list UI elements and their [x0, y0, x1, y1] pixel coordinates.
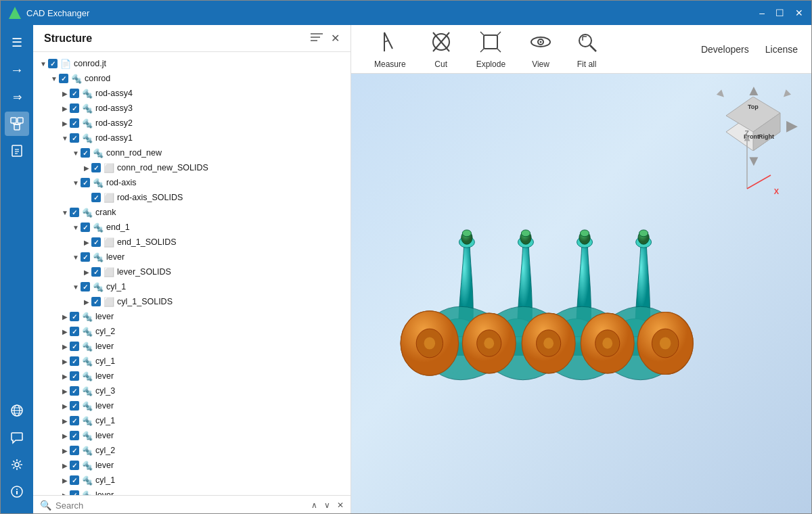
measure-tool-button[interactable]: Measure: [365, 26, 415, 73]
tree-arrow[interactable]: ▶: [60, 105, 70, 112]
tree-arrow[interactable]: ▶: [60, 388, 70, 395]
list-item[interactable]: ▶ 🔩 lever: [36, 458, 348, 473]
list-item[interactable]: ▶ 🔩 lever: [36, 369, 348, 383]
tree-arrow[interactable]: ▶: [60, 447, 70, 454]
list-item[interactable]: ▶ 🔩 cyl_3: [36, 383, 348, 398]
list-item[interactable]: ▼ 🔩 crank: [36, 205, 348, 220]
tree-checkbox[interactable]: [91, 297, 101, 306]
tree-checkbox[interactable]: [70, 327, 79, 336]
list-item[interactable]: ▶ 🔩 rod-assy3: [36, 101, 348, 116]
tree-checkbox[interactable]: [70, 446, 79, 455]
tree-arrow[interactable]: ▶: [82, 164, 91, 172]
tree-arrow[interactable]: ▶: [60, 417, 70, 425]
list-item[interactable]: ▶ 🔩 cyl_1: [36, 354, 348, 369]
tree-arrow[interactable]: ▶: [60, 462, 70, 469]
filter-button[interactable]: [311, 32, 323, 44]
tree-arrow[interactable]: ▼: [49, 75, 59, 83]
list-item[interactable]: ▶ 🔩 lever: [36, 309, 348, 324]
list-item[interactable]: ▶ ⬜ rod-axis_SOLIDS: [36, 190, 348, 205]
search-up-button[interactable]: ∧: [311, 500, 317, 510]
cut-tool-button[interactable]: Cut: [421, 26, 461, 73]
tree-arrow[interactable]: ▼: [71, 283, 81, 291]
tree-checkbox[interactable]: [70, 386, 79, 396]
tree-checkbox[interactable]: [70, 208, 79, 217]
tree-checkbox[interactable]: [70, 490, 79, 495]
tree-checkbox[interactable]: [91, 193, 101, 202]
list-item[interactable]: ▶ 🔩 rod-assy2: [36, 116, 348, 131]
sidebar-settings[interactable]: [5, 452, 29, 477]
tree-arrow[interactable]: ▶: [60, 432, 70, 440]
tree-checkbox[interactable]: [70, 312, 79, 321]
tree-arrow[interactable]: ▼: [71, 254, 81, 261]
list-item[interactable]: ▼ 🔩 end_1: [36, 220, 348, 235]
tree-checkbox[interactable]: [91, 237, 101, 247]
tree-arrow[interactable]: ▶: [60, 90, 70, 97]
list-item[interactable]: ▶ 🔩 cyl_2: [36, 443, 348, 458]
sidebar-info[interactable]: [5, 139, 29, 163]
sidebar-globe[interactable]: [5, 398, 29, 423]
tree-arrow[interactable]: ▼: [71, 149, 81, 157]
list-item[interactable]: ▶ ⬜ cyl_1_SOLIDS: [36, 294, 348, 309]
list-item[interactable]: ▼ 🔩 cyl_1: [36, 279, 348, 294]
tree-checkbox[interactable]: [70, 416, 79, 425]
tree-checkbox[interactable]: [81, 252, 90, 262]
tree-arrow[interactable]: ▶: [60, 358, 70, 365]
view-tool-button[interactable]: View: [520, 26, 561, 73]
list-item[interactable]: ▼ 🔩 conrod: [36, 71, 348, 86]
tree-arrow[interactable]: ▼: [39, 60, 48, 68]
tree-checkbox[interactable]: [81, 223, 90, 232]
tree-checkbox[interactable]: [91, 163, 101, 172]
list-item[interactable]: ▶ 🔩 lever: [36, 428, 348, 443]
sidebar-about[interactable]: [5, 480, 29, 504]
nav-right-arrow[interactable]: ▶: [786, 117, 798, 135]
tree-checkbox[interactable]: [81, 178, 90, 187]
search-input[interactable]: [55, 500, 304, 511]
explode-tool-button[interactable]: Explode: [467, 26, 515, 73]
tree-checkbox[interactable]: [70, 431, 79, 440]
sidebar-hamburger[interactable]: ☰: [5, 30, 29, 55]
tree-checkbox[interactable]: [91, 267, 101, 277]
tree-checkbox[interactable]: [48, 59, 58, 68]
sidebar-import[interactable]: →: [5, 57, 29, 82]
maximize-button[interactable]: ☐: [775, 7, 784, 18]
search-down-button[interactable]: ∨: [324, 500, 330, 510]
sidebar-chat[interactable]: [5, 425, 29, 450]
tree-checkbox[interactable]: [70, 118, 79, 128]
developers-link[interactable]: Developers: [701, 44, 749, 55]
tree-checkbox[interactable]: [59, 74, 68, 83]
list-item[interactable]: ▼ 🔩 rod-assy1: [36, 131, 348, 145]
tree-checkbox[interactable]: [81, 148, 90, 158]
tree-arrow[interactable]: ▼: [71, 179, 81, 187]
tree-arrow[interactable]: ▶: [82, 268, 91, 276]
tree-checkbox[interactable]: [70, 342, 79, 351]
list-item[interactable]: ▶ 🔩 cyl_1: [36, 473, 348, 488]
list-item[interactable]: ▼ 📄 conrod.jt: [36, 56, 348, 71]
close-panel-button[interactable]: ✕: [331, 32, 340, 45]
tree-arrow[interactable]: ▶: [82, 298, 91, 306]
fitall-tool-button[interactable]: Fit all: [566, 26, 607, 73]
list-item[interactable]: ▶ 🔩 lever: [36, 488, 348, 495]
tree-checkbox[interactable]: [70, 133, 79, 143]
close-button[interactable]: ✕: [795, 7, 803, 18]
list-item[interactable]: ▶ ⬜ lever_SOLIDS: [36, 264, 348, 279]
sidebar-structure[interactable]: [5, 112, 29, 136]
tree-arrow[interactable]: ▶: [60, 343, 70, 350]
tree-checkbox[interactable]: [70, 356, 79, 366]
search-clear-button[interactable]: ✕: [337, 500, 344, 510]
tree-arrow[interactable]: ▶: [82, 239, 91, 246]
list-item[interactable]: ▶ ⬜ conn_rod_new_SOLIDS: [36, 160, 348, 175]
tree-checkbox[interactable]: [70, 103, 79, 113]
sidebar-export[interactable]: ⇒: [5, 85, 29, 109]
viewport[interactable]: ▲ ◀ ▶ ▼ ▼ ▼: [351, 74, 811, 514]
tree-arrow[interactable]: ▶: [60, 313, 70, 321]
tree-arrow[interactable]: ▼: [71, 224, 81, 231]
list-item[interactable]: ▶ ⬜ end_1_SOLIDS: [36, 235, 348, 250]
list-item[interactable]: ▶ 🔩 cyl_2: [36, 324, 348, 339]
tree-checkbox[interactable]: [70, 475, 79, 485]
tree-arrow[interactable]: ▼: [60, 209, 70, 216]
tree-checkbox[interactable]: [81, 282, 90, 291]
tree-arrow[interactable]: ▶: [60, 373, 70, 380]
list-item[interactable]: ▼ 🔩 rod-axis: [36, 175, 348, 190]
tree-arrow[interactable]: ▶: [60, 120, 70, 127]
list-item[interactable]: ▼ 🔩 lever: [36, 250, 348, 264]
